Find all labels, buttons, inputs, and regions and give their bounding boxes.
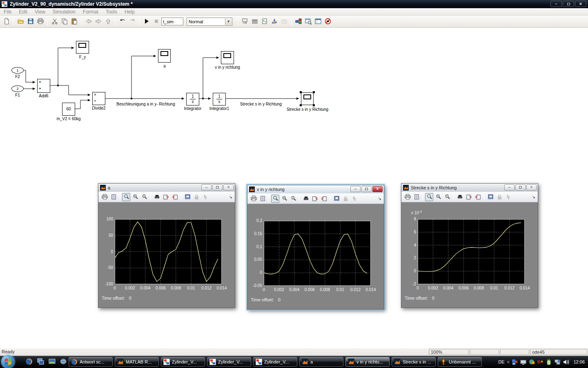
restore-axes-icon[interactable] <box>320 195 328 203</box>
zoom-icon[interactable] <box>271 195 279 203</box>
language-indicator[interactable]: DE <box>498 359 504 364</box>
update-icon[interactable] <box>260 17 269 26</box>
taskbar-button-6[interactable]: v in y richtu... <box>345 357 390 367</box>
scope-a-block[interactable] <box>158 49 171 63</box>
divide-block[interactable]: × ÷ <box>92 92 105 105</box>
back-icon[interactable] <box>84 17 93 26</box>
taskbar-button-0[interactable]: Antwort sc... <box>69 357 113 367</box>
close-button[interactable]: × <box>223 184 234 191</box>
app-tray-icon[interactable] <box>512 359 518 365</box>
forward-icon[interactable] <box>94 17 103 26</box>
dock-icon[interactable]: ↘ <box>229 195 232 199</box>
network-icon[interactable] <box>555 359 561 365</box>
workspace-icon[interactable] <box>314 17 323 26</box>
copy-icon[interactable] <box>60 17 69 26</box>
menu-file[interactable]: File <box>0 9 15 15</box>
signal-selection-icon[interactable] <box>504 193 512 201</box>
switch-windows-icon[interactable] <box>37 358 45 366</box>
tray-chevron-icon[interactable]: < <box>507 360 510 364</box>
zoom-x-icon[interactable] <box>131 193 139 201</box>
zoom-y-icon[interactable] <box>289 195 297 203</box>
restore-button[interactable] <box>563 1 574 7</box>
zoom-x-icon[interactable] <box>434 193 442 201</box>
zoom-y-icon[interactable] <box>443 193 451 201</box>
build-icon[interactable] <box>250 17 259 26</box>
taskbar-button-3[interactable]: Zylinder_V... <box>207 357 251 367</box>
scope-window-v[interactable]: v in y richtung – × ↘ 00.0020.0040.0060.… <box>247 185 384 310</box>
menu-format[interactable]: Format <box>79 9 102 15</box>
minimize-button[interactable]: – <box>504 184 514 191</box>
print-icon[interactable] <box>36 17 45 26</box>
taskbar-button-1[interactable]: MATLAB R... <box>115 357 159 367</box>
scope-v-block[interactable] <box>221 51 234 64</box>
scope-s-block-selected[interactable] <box>301 92 314 105</box>
autoscale-icon[interactable] <box>456 193 464 201</box>
inport-2-block[interactable]: 2 <box>11 85 24 92</box>
undo-icon[interactable] <box>118 17 127 26</box>
secure-globe-icon[interactable] <box>529 359 535 365</box>
close-button[interactable]: ✕ <box>575 1 586 7</box>
signal-selection-icon[interactable] <box>350 195 359 203</box>
integrator-block[interactable]: 1s <box>186 93 199 105</box>
firefox-quicklaunch-icon[interactable] <box>25 358 33 366</box>
floating-scope-icon[interactable] <box>332 195 341 203</box>
target-icon[interactable]: Y <box>241 17 249 26</box>
show-desktop-icon[interactable] <box>48 358 56 366</box>
scope-a-titlebar[interactable]: a – × <box>98 184 235 192</box>
close-button[interactable]: × <box>372 186 383 192</box>
maximize-button[interactable] <box>515 184 526 191</box>
display-tray-icon[interactable] <box>520 359 526 365</box>
floating-scope-icon[interactable] <box>183 193 192 201</box>
lock-axes-icon[interactable] <box>495 193 503 201</box>
scope-fy-block[interactable] <box>76 41 89 54</box>
internet-explorer-icon[interactable] <box>60 358 67 366</box>
volume-icon[interactable] <box>563 359 569 365</box>
cut-icon[interactable] <box>50 17 59 26</box>
signal-selection-icon[interactable] <box>201 193 209 201</box>
autoscale-icon[interactable] <box>153 193 161 201</box>
taskbar-button-8[interactable]: Unbenannt ... <box>438 357 482 367</box>
play-icon[interactable] <box>142 17 151 26</box>
taskbar-button-5[interactable]: a <box>299 357 343 367</box>
inport-1-block[interactable]: 1 <box>11 67 24 74</box>
maximize-button[interactable] <box>212 184 223 191</box>
library-browser-icon[interactable] <box>294 17 303 26</box>
close-button[interactable]: × <box>526 184 537 191</box>
save-axes-icon[interactable] <box>465 193 473 201</box>
print-icon[interactable] <box>100 193 109 201</box>
zoom-y-icon[interactable] <box>140 193 148 201</box>
zoom-icon[interactable] <box>425 193 433 201</box>
open-icon[interactable] <box>16 17 25 26</box>
simulation-mode-select[interactable]: Normal ▼ <box>187 18 232 26</box>
dock-icon[interactable]: ↘ <box>378 196 381 201</box>
integrator1-block[interactable]: 1s <box>213 93 226 105</box>
scope-strecke-titlebar[interactable]: Strecke s in y Richtung – × <box>401 184 538 192</box>
lock-axes-icon[interactable] <box>192 193 200 201</box>
save-axes-icon[interactable] <box>162 193 170 201</box>
restore-axes-icon[interactable] <box>474 193 482 201</box>
new-icon[interactable] <box>2 17 11 26</box>
taskbar-button-4[interactable]: Zylinder_V... <box>253 357 297 367</box>
scope-window-a[interactable]: a – × ↘ 00.0020.0040.0060.0080.010.0120.… <box>98 183 235 308</box>
taskbar-button-7[interactable]: Strecke s in ... <box>392 357 436 367</box>
dock-icon[interactable]: ↘ <box>532 195 535 199</box>
taskbar-button-2[interactable]: Zylinder_V... <box>161 357 205 367</box>
zoom-x-icon[interactable] <box>280 195 288 203</box>
power-plug-icon[interactable] <box>546 359 552 365</box>
autoscale-icon[interactable] <box>302 195 310 203</box>
scope-window-strecke[interactable]: Strecke s in y Richtung – × ↘ x 10-4 00.… <box>401 183 538 308</box>
minimize-button[interactable]: – <box>201 184 212 191</box>
build-all-icon[interactable] <box>280 17 289 26</box>
zoom-icon[interactable] <box>122 193 130 201</box>
taskbar-clock[interactable]: 12:06 <box>573 359 585 364</box>
print-icon[interactable] <box>249 195 258 203</box>
minimize-button[interactable]: – <box>350 186 361 192</box>
up-icon[interactable] <box>104 17 113 26</box>
lock-axes-icon[interactable] <box>341 195 350 203</box>
chevron-down-icon[interactable]: ▼ <box>225 18 232 25</box>
scope-v-titlebar[interactable]: v in y richtung – × <box>247 185 384 193</box>
paste-icon[interactable] <box>70 17 79 26</box>
menu-view[interactable]: View <box>31 9 49 15</box>
menu-simulation[interactable]: Simulation <box>49 9 79 15</box>
menu-tools[interactable]: Tools <box>102 9 121 15</box>
